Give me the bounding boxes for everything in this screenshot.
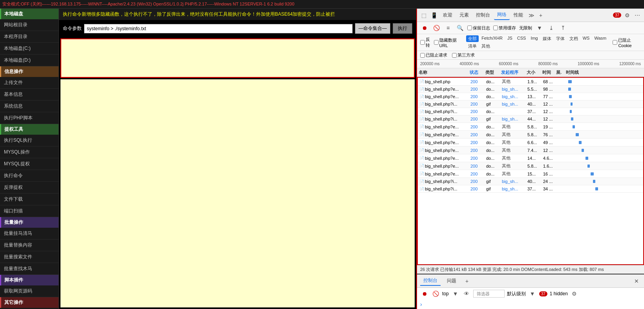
table-row[interactable]: 📄 big_shell.php?e... 200 do... 其他 15... … — [418, 170, 643, 178]
table-row[interactable]: 📄 big_shell.php?e... 200 do... 其他 14... … — [418, 154, 643, 162]
sidebar-item-get-source[interactable]: 获取网页源码 — [0, 285, 59, 297]
table-row[interactable]: 📄 big_shell.php?i... 200 gif big_sh... 4… — [418, 115, 643, 123]
tab-elements[interactable]: 元素 — [456, 11, 472, 20]
sidebar-item-system-info[interactable]: 系统信息 — [0, 101, 59, 112]
filter-type-全部[interactable]: 全部 — [466, 35, 479, 42]
devtools-icon-device[interactable]: 📱 — [430, 11, 438, 20]
console-clear-icon[interactable]: 🚫 — [431, 289, 440, 298]
sidebar-item-bulk-trojan[interactable]: 批量查找木马 — [0, 263, 59, 275]
export-icon[interactable]: ⤒ — [559, 24, 567, 32]
sidebar-item-exec-php[interactable]: 执行PHP脚本 — [0, 112, 59, 124]
blocked-cookie-check[interactable]: 已阻止 Cookie — [613, 37, 641, 48]
filter-type-WS[interactable]: WS — [581, 35, 592, 42]
network-rows[interactable]: 📄 big_shell.php 200 do... 其他 1.9... 68 .… — [417, 77, 644, 265]
filter-icon[interactable]: ≡ — [444, 24, 452, 32]
sidebar-item-port-scan[interactable]: 端口扫描 — [0, 205, 59, 217]
sidebar-item-bulk-search[interactable]: 批量搜索文件 — [0, 251, 59, 263]
search-icon[interactable]: 🔍 — [456, 24, 464, 32]
row-name: 📄 big_shell.php?i... — [419, 102, 470, 106]
tab-add-icon[interactable]: + — [536, 11, 545, 20]
sidebar-item-website-root[interactable]: 网站根目录 — [0, 19, 59, 31]
row-initiator: 其他 — [502, 171, 527, 177]
filter-type-清单[interactable]: 清单 — [466, 43, 479, 49]
table-row[interactable]: 📄 big_shell.php?i... 200 gif big_sh... 4… — [418, 101, 643, 108]
filter-type-JS[interactable]: JS — [505, 35, 514, 42]
sidebar-item-exec-cmd[interactable]: 执行命令 — [0, 170, 59, 182]
execute-button[interactable]: 执行 — [393, 23, 412, 34]
console-tab-issues[interactable]: 问题 — [444, 276, 459, 285]
throttle-dropdown-icon[interactable]: ▼ — [535, 24, 544, 32]
console-filter-input[interactable] — [473, 290, 505, 298]
clear-icon[interactable]: 🚫 — [432, 24, 441, 32]
devtools-icon-inspect[interactable]: ⬚ — [419, 11, 428, 20]
table-row[interactable]: 📄 big_shell.php?e... 200 do... big_sh...… — [418, 93, 643, 101]
blocked-req-check[interactable]: 已阻止请求 — [420, 52, 447, 58]
disable-cache-check[interactable]: 禁用缓存 — [493, 25, 516, 31]
console-top-dropdown-icon[interactable]: ▼ — [451, 289, 460, 298]
table-row[interactable]: 📄 big_shell.php?e... 200 do... big_sh...… — [418, 86, 643, 93]
table-row[interactable]: 📄 big_shell.php?e... 200 do... 其他 7.4...… — [418, 146, 643, 154]
hide-data-url-check[interactable]: 隐藏数据 URL — [434, 37, 462, 48]
tab-more-icon[interactable]: ≫ — [527, 11, 536, 20]
filter-type-Wasm[interactable]: Wasm — [592, 35, 608, 42]
table-row[interactable]: 📄 big_shell.php?e... 200 do... 其他 5.8...… — [418, 162, 643, 170]
row-type: gif — [486, 102, 502, 106]
command-input[interactable] — [84, 24, 353, 33]
add-console-tab-icon[interactable]: + — [463, 277, 471, 285]
devtools-tabs: 欢迎 元素 控制台 网络 性能 ≫ + — [440, 10, 545, 20]
sidebar-item-mysql-priv[interactable]: MYSQL提权 — [0, 158, 59, 170]
sidebar-item-mysql-ops[interactable]: MYSQL操作 — [0, 146, 59, 158]
table-row[interactable]: 📄 big_shell.php 200 do... 其他 1.9... 68 .… — [418, 78, 643, 86]
customize-icon[interactable]: ⋯ — [633, 11, 642, 20]
row-initiator: 其他 — [502, 79, 527, 84]
sidebar-item-basic-info[interactable]: 基本信息 — [0, 89, 59, 101]
sidebar-item-upload-file[interactable]: 上传文件 — [0, 77, 59, 89]
network-status-bar: 26 次请求 已传输141 kB 134 kB 资源 完成: 20.0 min … — [417, 265, 644, 274]
filter-type-其他[interactable]: 其他 — [479, 43, 492, 49]
tab-welcome[interactable]: 欢迎 — [440, 11, 456, 20]
filter-type-字体[interactable]: 字体 — [554, 35, 567, 42]
col-header-size: 大小 — [527, 69, 542, 75]
timeline-tick: 800000 ms — [538, 62, 558, 66]
sidebar-item-bulk-horse[interactable]: 批量挂马清马 — [0, 228, 59, 240]
command-dropdown[interactable]: —命令集合— — [355, 23, 390, 34]
console-settings-icon[interactable]: ⚙ — [570, 289, 579, 298]
filter-type-CSS[interactable]: CSS — [515, 35, 528, 42]
table-row[interactable]: 📄 big_shell.php?e... 200 do... 其他 6.6...… — [418, 139, 643, 146]
sidebar-item-bulk-replace[interactable]: 批量替换内容 — [0, 240, 59, 251]
sidebar-item-local-d[interactable]: 本地磁盘(D:) — [0, 55, 59, 66]
tab-performance[interactable]: 性能 — [510, 11, 526, 20]
filter-types-bar: 反转 隐藏数据 URL 全部Fetch/XHRJSCSSImg媒体字体文档WSW… — [417, 34, 644, 51]
table-row[interactable]: 📄 big_shell.php?e... 200 do... 其他 5.8...… — [418, 123, 643, 131]
table-row[interactable]: 📄 big_shell.php?i... 200 gif big_sh... 3… — [418, 185, 643, 193]
preserve-log-check[interactable]: 保留日志 — [467, 25, 490, 31]
table-row[interactable]: 📄 big_shell.php?i... 200 gif big_sh... 4… — [418, 178, 643, 185]
console-eye-icon[interactable]: 👁 — [462, 289, 471, 298]
console-level-dropdown-icon[interactable]: ▼ — [528, 289, 537, 298]
sidebar-item-exec-sql[interactable]: 执行SQL执行 — [0, 135, 59, 146]
close-bottom-panel-icon[interactable]: ✕ — [632, 277, 641, 285]
tab-network[interactable]: 网络 — [494, 10, 510, 20]
tab-console[interactable]: 控制台 — [473, 11, 493, 20]
console-input-bar: ⏺ 🚫 top ▼ 👁 默认级别 ▼ 37 1 hidden ⚙ — [417, 288, 644, 300]
sidebar-item-file-download[interactable]: 文件下载 — [0, 194, 59, 205]
sidebar-item-reverse-priv[interactable]: 反弹提权 — [0, 182, 59, 194]
col-header-prio: 展. — [556, 69, 566, 75]
sidebar-item-local-c[interactable]: 本地磁盘(C:) — [0, 43, 59, 55]
settings-icon[interactable]: ⚙ — [623, 11, 631, 20]
filter-type-媒体[interactable]: 媒体 — [541, 35, 553, 42]
filter-type-Fetch/XHR[interactable]: Fetch/XHR — [479, 35, 505, 42]
table-row[interactable]: 📄 big_shell.php?i... 200 do... 37... 12 … — [418, 108, 643, 115]
console-tab-active[interactable]: 控制台 — [420, 276, 441, 286]
row-type: do... — [486, 87, 502, 91]
sidebar-item-program-dir[interactable]: 本程序目录 — [0, 31, 59, 43]
output-top — [60, 38, 415, 78]
filter-type-Img[interactable]: Img — [529, 35, 540, 42]
filter-type-文档[interactable]: 文档 — [567, 35, 580, 42]
third-party-check[interactable]: 第三方求 — [452, 52, 475, 58]
console-record-icon[interactable]: ⏺ — [420, 289, 429, 298]
record-icon[interactable]: ⏺ — [420, 24, 429, 32]
invert-check[interactable]: 反转 — [420, 37, 432, 48]
table-row[interactable]: 📄 big_shell.php?e... 200 do... 其他 5.8...… — [418, 131, 643, 139]
import-icon[interactable]: ⤓ — [547, 24, 556, 32]
